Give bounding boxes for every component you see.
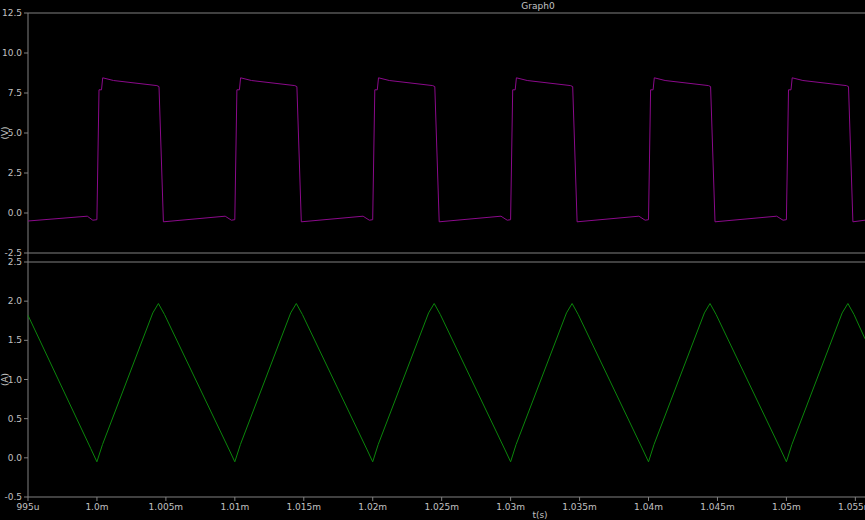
bottom-y-tick-label: 2.0 <box>8 296 23 306</box>
top-y-axis-unit-label: (V) <box>0 126 10 139</box>
top-y-tick-label: 10.0 <box>2 48 22 58</box>
x-tick-label: 1.035m <box>562 502 597 512</box>
bottom-y-axis-unit-label: (A) <box>0 373 10 386</box>
x-tick-label: 1.015m <box>287 502 322 512</box>
bottom-y-tick-label: 1.5 <box>8 335 22 345</box>
top-y-tick-label: 12.5 <box>2 8 22 18</box>
graph-window: Graph0 12.510.07.55.02.50.0-2.5(V)2.52.0… <box>0 0 865 520</box>
top-y-tick-label: 7.5 <box>8 88 22 98</box>
x-tick-label: 1.02m <box>358 502 387 512</box>
x-tick-label: 1.01m <box>220 502 249 512</box>
x-tick-label: 1.025m <box>424 502 459 512</box>
x-tick-label: 1.045m <box>700 502 735 512</box>
x-tick-label: 1.005m <box>149 502 184 512</box>
x-tick-label: 1.04m <box>634 502 663 512</box>
waveform-chart: 12.510.07.55.02.50.0-2.5(V)2.52.01.51.00… <box>0 0 865 520</box>
top-y-tick-label: 2.5 <box>8 168 22 178</box>
top-y-tick-label: 0.0 <box>8 208 23 218</box>
x-tick-label: 1.0m <box>85 502 108 512</box>
x-tick-label: 1.03m <box>496 502 525 512</box>
top-plot-area[interactable] <box>28 13 865 253</box>
x-axis-unit-label: t(s) <box>532 510 547 520</box>
bottom-plot-area[interactable] <box>28 262 865 497</box>
bottom-y-tick-label: 0.0 <box>8 453 23 463</box>
bottom-y-tick-label: 0.5 <box>8 414 22 424</box>
x-tick-label: 1.055m <box>838 502 865 512</box>
bottom-y-tick-label: 2.5 <box>8 257 22 267</box>
x-tick-label: 1.05m <box>772 502 801 512</box>
x-tick-label: 995u <box>17 502 40 512</box>
bottom-y-tick-label: -0.5 <box>4 492 22 502</box>
